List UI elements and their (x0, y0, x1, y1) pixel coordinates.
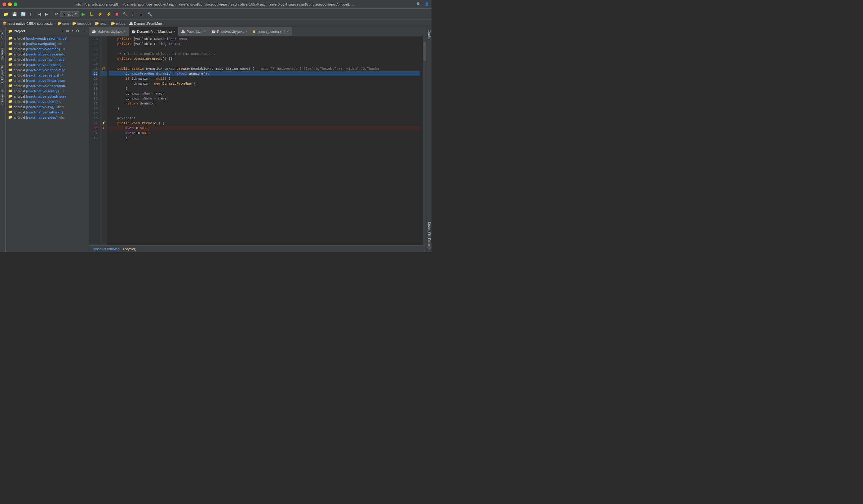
list-item[interactable]: 📁 android [react-native-splash-scre (5, 93, 89, 99)
list-item[interactable]: 📁 android [react-native-fast-image (5, 57, 89, 62)
list-item[interactable]: 📁 android [react-native-device-infc (5, 51, 89, 57)
code-line-22 (109, 47, 420, 51)
code-view: 20 21 22 23 24 25 26 27 28 29 30 31 32 3… (89, 36, 426, 245)
back-btn[interactable]: ◀ (37, 11, 43, 17)
code-line-25 (109, 61, 420, 66)
person-icon[interactable]: 👤 (425, 2, 429, 6)
titlebar-icons: 🔍 👤 (417, 2, 429, 6)
folder-icon: 📁 (8, 47, 12, 51)
profile-btn[interactable]: ⚡ (96, 11, 104, 17)
breadcrumb-class[interactable]: ☕ DynamicFromMap (129, 21, 162, 25)
sync-btn[interactable]: 🔄 (19, 11, 27, 17)
save-btn[interactable]: 💾 (11, 11, 18, 17)
stop-btn[interactable]: ⏹ (113, 11, 121, 17)
list-item[interactable]: 📁 android [react-native-share] ~/ (5, 99, 89, 104)
left-sidebar: 1: Project Captures Build Variants 2: Fa… (0, 27, 5, 252)
tab-pools[interactable]: ☕ Pools.java ✕ (178, 27, 209, 36)
bottom-breadcrumb: DynamicFromMap › recycle() (89, 245, 426, 252)
sdk-btn[interactable]: 🔧 (146, 11, 154, 17)
java2-icon: ☕ (132, 29, 136, 34)
sidebar-label-build-variants[interactable]: Build Variants (0, 63, 5, 87)
code-line-32: dynamic.mName = name; (109, 96, 420, 101)
breadcrumb-com[interactable]: 📂 com (57, 21, 69, 25)
project-action-1[interactable]: ⊕ (65, 28, 70, 34)
sync3-btn[interactable]: ↙ (130, 11, 136, 17)
tab-dynamicfrommap[interactable]: ☕ DynamicFromMap.java ✕ (129, 27, 178, 36)
code-line-38: mMap = null; (109, 126, 420, 131)
close-button[interactable] (2, 2, 6, 6)
list-item[interactable]: 📁 android [react-native-firebase] (5, 62, 89, 67)
sidebar-label-captures[interactable]: Captures (0, 45, 5, 63)
list-item[interactable]: 📁 android [react-native-restart] ~/ (5, 73, 89, 78)
breadcrumb-react[interactable]: 📂 react (95, 21, 107, 25)
tab-mainactivity[interactable]: ☕ MainActivity.java ✕ (89, 27, 129, 36)
dropdown-arrow-icon: ▼ (75, 13, 77, 15)
tab-close-dynamicfrommap[interactable]: ✕ (173, 30, 176, 33)
sep3: › (92, 22, 93, 25)
sidebar-label-gradle[interactable]: Gradle (426, 27, 432, 41)
bb-class[interactable]: DynamicFromMap (92, 247, 120, 251)
tab-close-reactactivity[interactable]: ✕ (245, 30, 247, 33)
list-item[interactable]: 📁 android [react-native-linear-grac (5, 78, 89, 83)
forward-btn[interactable]: ▶ (43, 11, 50, 17)
list-item[interactable]: 📁 android [react-native-sentry] ~/b (5, 88, 89, 93)
list-item[interactable]: 📁 android [react-native-svg] ~/bam (5, 104, 89, 110)
project-action-2[interactable]: ↕ (71, 28, 74, 34)
code-line-31: dynamic.mMap = map; (109, 91, 420, 96)
project-action-gear[interactable]: ⚙ (75, 28, 80, 34)
folder-icon: 📁 (8, 110, 12, 114)
list-item[interactable]: 📁 android [react-native-haptic-feec (5, 67, 89, 73)
project-action-hide[interactable]: — (81, 28, 87, 34)
code-line-40: s (109, 136, 420, 141)
code-line-26: public static DynamicFromMap create(Read… (109, 66, 420, 71)
list-item[interactable]: 📁 android [react-native-video] ~/ba (5, 115, 89, 120)
undo-btn[interactable]: ↩ (53, 11, 60, 17)
editor-area: ☕ MainActivity.java ✕ ☕ DynamicFromMap.j… (89, 27, 426, 252)
tab-reactactivity[interactable]: ☕ ReactActivity.java ✕ (209, 27, 250, 36)
apply-changes-btn[interactable]: ⚡ (105, 11, 113, 17)
scrollbar-thumb[interactable] (423, 42, 426, 61)
gradle-btn[interactable]: 🔨 (121, 11, 129, 17)
code-line-21: private @Nullable String mName; (109, 41, 420, 47)
sidebar-label-favorites[interactable]: 2: Favorites (0, 87, 5, 108)
bb-method[interactable]: recycle() (123, 247, 136, 251)
tab-launch-screen[interactable]: ◼ launch_screen.xml ✕ (250, 27, 292, 36)
app-selector[interactable]: 📱 app ▼ (60, 11, 79, 17)
project-dropdown-icon[interactable]: ▼ (61, 30, 64, 33)
search-icon[interactable]: 🔍 (417, 2, 421, 6)
code-line-34: } (109, 106, 420, 111)
tab-close-mainactivity[interactable]: ✕ (124, 30, 126, 33)
code-line-39: mName = null; (109, 131, 420, 136)
debug-run-btn[interactable]: 🐛 (87, 11, 96, 17)
run-btn[interactable]: ▶ (80, 11, 87, 18)
sidebar-label-project[interactable]: 1: Project (0, 27, 5, 45)
sync2-btn[interactable]: ↕ (28, 11, 33, 17)
maximize-button[interactable] (14, 2, 17, 6)
project-actions: ⊕ ↕ ⚙ — (65, 28, 87, 34)
list-item[interactable]: 📁 android [pushwoosh-react-native] (5, 36, 89, 41)
breadcrumb-facebook[interactable]: 📂 facebook (72, 21, 91, 25)
breadcrumb-facebook-label: facebook (77, 22, 91, 25)
list-item[interactable]: 📁 android [react-native-admob] ~/b (5, 46, 89, 51)
list-item[interactable]: 📁 android [native-navigation] ~/ba (5, 41, 89, 46)
breadcrumb-jar-label: react-native-0.55.4-sources.jar (8, 22, 54, 25)
code-line-20: private @Nullable ReadableMap mMap; (109, 37, 420, 41)
list-item[interactable]: 📁 android [react-native-orientation (5, 83, 89, 88)
list-item[interactable]: 📁 android [react-native-twitterkit] (5, 110, 89, 115)
code-content[interactable]: private @Nullable ReadableMap mMap; priv… (107, 36, 423, 245)
code-line-37: public void recycle() { (109, 121, 420, 126)
breadcrumb-jar[interactable]: 📦 react-native-0.55.4-sources.jar (2, 21, 54, 25)
folder-icon: 📁 (8, 84, 12, 88)
tab-close-launch-screen[interactable]: ✕ (286, 30, 289, 33)
breadcrumb-bridge[interactable]: 📂 bridge (111, 21, 126, 25)
open-folder-btn[interactable]: 📁 (2, 11, 10, 17)
tab-close-pools[interactable]: ✕ (204, 30, 206, 33)
sep2: › (70, 22, 71, 25)
folder-icon: 📁 (8, 115, 12, 119)
sidebar-label-device-explorer[interactable]: Device File Explorer (426, 219, 432, 252)
minimize-button[interactable] (8, 2, 12, 6)
folder-icon: 📁 (8, 57, 12, 61)
sep4: › (109, 22, 110, 25)
avd-btn[interactable]: 📱 (137, 11, 145, 17)
editor-scrollbar[interactable] (423, 36, 426, 245)
